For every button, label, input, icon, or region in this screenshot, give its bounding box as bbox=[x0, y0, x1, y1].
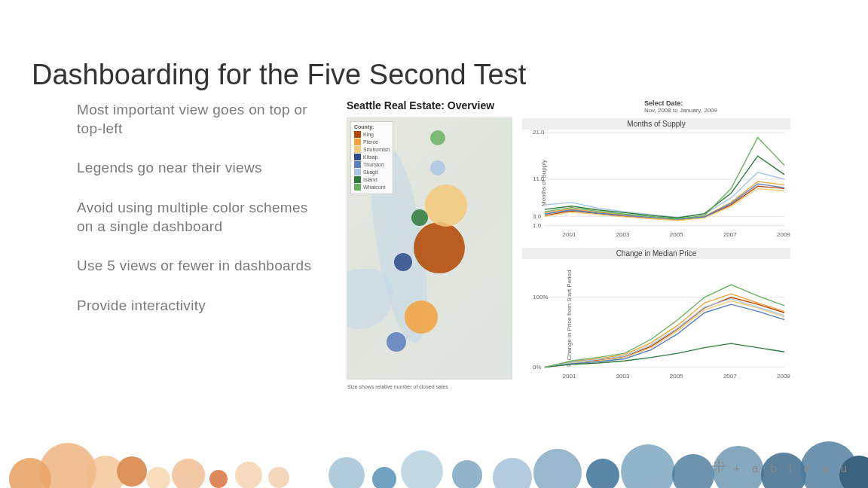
select-date-value: Nov, 2008 to January, 2009 bbox=[644, 107, 717, 114]
bullet-item: Most important view goes on top or top-l… bbox=[77, 101, 318, 138]
bullet-item: Avoid using multiple color schemes on a … bbox=[77, 199, 318, 236]
svg-point-22 bbox=[621, 444, 675, 488]
y-tick: 1.0 bbox=[533, 222, 541, 229]
x-tick: 2009 bbox=[777, 373, 790, 380]
tableau-logo: + a b l e a u bbox=[711, 458, 851, 477]
tableau-icon bbox=[711, 458, 727, 477]
legend-swatch bbox=[354, 161, 361, 168]
price-chart: Change in Median Price % Change in Price… bbox=[521, 247, 791, 380]
x-tick: 2005 bbox=[670, 231, 683, 238]
x-tick: 2001 bbox=[563, 373, 576, 380]
svg-line-35 bbox=[722, 469, 723, 471]
svg-point-21 bbox=[586, 459, 619, 488]
map-bubble bbox=[430, 160, 445, 175]
supply-chart: Months of Supply Months of Supply 1.03.0… bbox=[521, 117, 791, 238]
select-date: Select Date: Nov, 2008 to January, 2009 bbox=[644, 99, 717, 114]
map-chart: Number of Home Sales County: King Pierce… bbox=[347, 117, 512, 380]
bullet-list: Most important view goes on top or top-l… bbox=[77, 101, 318, 337]
svg-point-18 bbox=[452, 460, 482, 488]
slide-title: Dashboarding for the Five Second Test bbox=[32, 59, 526, 91]
legend-item: Skagit bbox=[354, 169, 390, 175]
x-tick: 2007 bbox=[723, 373, 737, 380]
y-tick: 11.0 bbox=[533, 175, 545, 182]
legend-swatch bbox=[354, 146, 361, 153]
legend-swatch bbox=[354, 131, 361, 138]
legend-header: County: bbox=[354, 124, 390, 130]
svg-line-36 bbox=[722, 462, 723, 464]
legend-item: King bbox=[354, 131, 390, 138]
map-bubble bbox=[411, 209, 428, 226]
map-bubble bbox=[425, 185, 467, 227]
legend-item: Island bbox=[354, 176, 390, 183]
legend-swatch bbox=[354, 139, 361, 145]
map-bubble bbox=[414, 222, 465, 273]
svg-point-20 bbox=[533, 449, 582, 488]
svg-point-11 bbox=[172, 459, 205, 488]
x-tick: 2005 bbox=[670, 373, 683, 380]
bullet-item: Provide interactivity bbox=[77, 297, 318, 316]
map-bubble bbox=[405, 300, 438, 334]
tableau-text: + a b l e a u bbox=[733, 462, 851, 474]
y-tick: 0% bbox=[533, 364, 542, 371]
x-tick: 2003 bbox=[616, 231, 630, 238]
bullet-item: Use 5 views or fewer in dashboards bbox=[77, 257, 318, 276]
map-caption: Size shows relative number of closed sal… bbox=[347, 384, 448, 389]
legend-item: Kitsap bbox=[354, 154, 390, 160]
y-tick: 3.0 bbox=[533, 213, 541, 220]
dashboard-title: Seattle Real Estate: Overview bbox=[347, 99, 793, 111]
svg-point-13 bbox=[235, 462, 262, 488]
svg-point-19 bbox=[493, 458, 532, 488]
select-date-label: Select Date: bbox=[644, 99, 717, 107]
county-legend: County: King Pierce Snohomish Kitsap Thu… bbox=[350, 121, 393, 194]
svg-point-14 bbox=[268, 467, 289, 488]
legend-swatch bbox=[354, 184, 361, 191]
legend-swatch bbox=[354, 154, 361, 160]
map-bubble bbox=[387, 332, 406, 352]
dashboard-preview: Seattle Real Estate: Overview Select Dat… bbox=[347, 99, 793, 395]
legend-swatch bbox=[354, 169, 361, 175]
svg-point-12 bbox=[209, 470, 228, 488]
svg-point-23 bbox=[672, 454, 714, 488]
chart-title: Months of Supply bbox=[522, 118, 790, 130]
legend-item: Whatcom bbox=[354, 184, 390, 191]
legend-swatch bbox=[354, 176, 361, 183]
bullet-item: Legends go near their views bbox=[77, 159, 318, 178]
svg-point-16 bbox=[372, 467, 396, 488]
x-tick: 2003 bbox=[616, 373, 630, 380]
chart-title: Change in Median Price bbox=[522, 248, 790, 259]
legend-item: Snohomish bbox=[354, 146, 390, 153]
svg-line-34 bbox=[715, 462, 717, 464]
x-tick: 2001 bbox=[563, 231, 576, 238]
x-tick: 2009 bbox=[777, 231, 790, 238]
map-background: County: King Pierce Snohomish Kitsap Thu… bbox=[347, 118, 512, 379]
map-bubble bbox=[430, 130, 445, 145]
svg-point-17 bbox=[401, 450, 443, 488]
svg-point-9 bbox=[117, 456, 147, 486]
y-tick: 21.0 bbox=[533, 129, 545, 136]
svg-point-15 bbox=[329, 457, 365, 488]
legend-item: Thurston bbox=[354, 161, 390, 168]
y-tick: 100% bbox=[533, 294, 548, 300]
svg-line-37 bbox=[715, 469, 717, 471]
x-tick: 2007 bbox=[723, 231, 737, 238]
svg-point-10 bbox=[146, 467, 170, 488]
legend-item: Pierce bbox=[354, 139, 390, 145]
